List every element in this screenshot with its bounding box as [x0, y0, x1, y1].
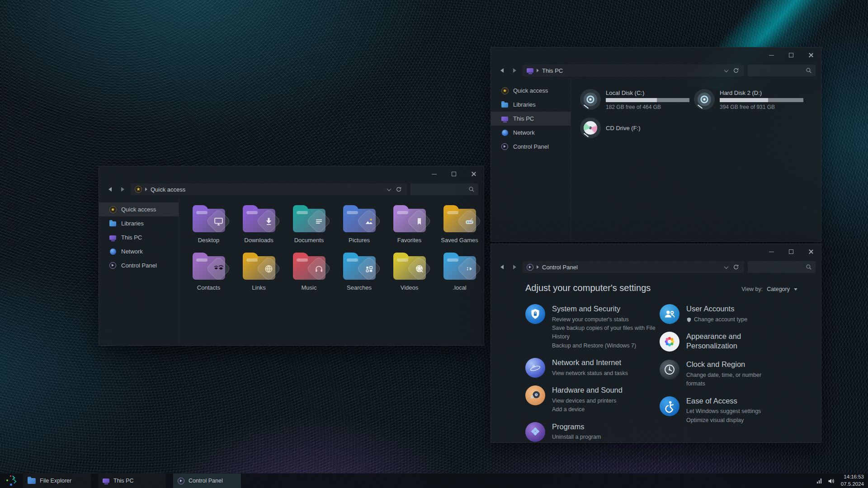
planet-icon[interactable] — [525, 358, 545, 378]
folder-item-searches[interactable]: Searches — [334, 248, 384, 291]
back-button[interactable] — [497, 265, 506, 269]
back-button[interactable] — [497, 68, 506, 73]
maximize-button[interactable] — [781, 47, 801, 63]
sidebar-item-this-pc[interactable]: This PC — [99, 230, 179, 244]
sidebar-item-quick-access[interactable]: ★ Quick access — [491, 84, 571, 98]
folder-item-contacts[interactable]: Contacts — [184, 248, 234, 291]
category-link[interactable]: View network status and tasks — [552, 369, 628, 378]
forward-button[interactable] — [510, 265, 519, 269]
folder-item-favorites[interactable]: Favorites — [384, 201, 434, 244]
close-button[interactable] — [801, 244, 821, 259]
view-by-select[interactable]: Category — [767, 286, 790, 292]
folder-item-pictures[interactable]: Pictures — [334, 201, 384, 244]
address-dropdown-icon[interactable] — [387, 187, 392, 191]
minimize-button[interactable] — [761, 244, 781, 259]
star-icon: ★ — [135, 186, 142, 193]
folder-item-saved-games[interactable]: Saved Games — [434, 201, 485, 244]
breadcrumb[interactable]: This PC — [542, 67, 563, 74]
drive-item-d[interactable]: Hard Disk 2 (D:) 394 GB free of 931 GB — [694, 89, 808, 110]
titlebar[interactable] — [491, 244, 821, 259]
sidebar-item-quick-access[interactable]: ★ Quick access — [99, 202, 179, 216]
category-title[interactable]: Hardware and Sound — [552, 385, 623, 395]
globe-icon — [255, 256, 281, 282]
category-link[interactable]: Optimize visual display — [686, 416, 761, 425]
drive-item-c[interactable]: Local Disk (C:) 182 GB free of 464 GB — [580, 89, 694, 110]
accessibility-icon[interactable] — [660, 396, 679, 416]
folder-item-links[interactable]: Links — [234, 248, 284, 291]
search-input[interactable] — [748, 261, 816, 273]
category-title[interactable]: Ease of Access — [686, 396, 761, 406]
category-title[interactable]: Appearance and Personalization — [686, 332, 754, 350]
start-button[interactable] — [0, 474, 22, 488]
breadcrumb[interactable]: Quick access — [151, 186, 185, 193]
folder-item-local[interactable]: .local — [434, 248, 485, 291]
sidebar-item-libraries[interactable]: Libraries — [491, 98, 571, 112]
forward-button[interactable] — [118, 187, 127, 192]
sidebar-item-control-panel[interactable]: Control Panel — [99, 258, 179, 272]
search-input[interactable] — [410, 183, 478, 195]
category-link[interactable]: Review your computer's status — [552, 315, 660, 324]
taskbar-button-file-explorer[interactable]: File Explorer — [23, 474, 91, 488]
address-field[interactable]: Control Panel — [523, 261, 744, 273]
address-dropdown-icon[interactable] — [724, 68, 729, 72]
speaker-icon[interactable] — [525, 385, 545, 405]
folder-item-desktop[interactable]: Desktop — [184, 201, 234, 244]
address-dropdown-icon[interactable] — [724, 264, 729, 269]
category-link[interactable]: Change date, time, or number formats — [686, 371, 770, 389]
category-link[interactable]: View devices and printers — [552, 397, 623, 405]
minimize-button[interactable] — [424, 166, 444, 182]
sidebar-item-control-panel[interactable]: Control Panel — [491, 140, 571, 154]
breadcrumb[interactable]: Control Panel — [542, 264, 578, 271]
titlebar[interactable] — [491, 47, 821, 63]
address-field[interactable]: ★ Quick access — [131, 183, 407, 195]
sidebar-item-this-pc[interactable]: This PC — [491, 112, 571, 126]
taskbar-button-control-panel[interactable]: Control Panel — [173, 474, 241, 488]
maximize-button[interactable] — [781, 244, 801, 259]
minimize-button[interactable] — [761, 47, 781, 63]
sidebar-item-label: This PC — [121, 234, 142, 241]
back-button[interactable] — [105, 187, 114, 192]
palette-icon[interactable] — [660, 332, 679, 352]
folder-item-documents[interactable]: Documents — [284, 201, 334, 244]
category-link[interactable]: Let Windows suggest settings — [686, 407, 761, 416]
forward-button[interactable] — [510, 68, 519, 73]
chevron-down-icon[interactable] — [794, 288, 797, 291]
network-activity-icon[interactable] — [817, 478, 821, 483]
category-hardware-and-sound: Hardware and Sound View devices and prin… — [525, 385, 660, 414]
refresh-icon[interactable] — [733, 67, 739, 74]
category-link[interactable]: Backup and Restore (Windows 7) — [552, 342, 660, 350]
titlebar[interactable] — [99, 166, 484, 182]
category-title[interactable]: Programs — [552, 422, 601, 432]
folder-item-videos[interactable]: Videos — [384, 248, 434, 291]
taskbar-button-this-pc[interactable]: This PC — [98, 474, 166, 488]
close-button[interactable] — [464, 166, 484, 182]
category-link-uac[interactable]: Change account type — [686, 315, 747, 324]
clock[interactable]: 14:16:53 07.5.2024 — [841, 474, 864, 488]
category-title[interactable]: User Accounts — [686, 304, 747, 314]
refresh-icon[interactable] — [396, 186, 402, 192]
refresh-icon[interactable] — [733, 264, 739, 270]
volume-icon[interactable] — [827, 477, 835, 485]
category-title[interactable]: Network and Internet — [552, 358, 628, 367]
category-title[interactable]: System and Security — [552, 304, 660, 314]
category-link[interactable]: Uninstall a program — [552, 433, 601, 441]
search-input[interactable] — [748, 65, 816, 76]
clock-icon[interactable] — [660, 360, 679, 380]
category-title[interactable]: Clock and Region — [686, 360, 770, 369]
folder-highlight — [246, 258, 258, 262]
folder-item-downloads[interactable]: Downloads — [234, 201, 284, 244]
maximize-button[interactable] — [444, 166, 464, 182]
drive-item-f[interactable]: CD Drive (F:) — [580, 117, 694, 138]
sidebar-item-network[interactable]: Network — [99, 244, 179, 258]
address-field[interactable]: This PC — [523, 65, 744, 76]
sidebar-item-libraries[interactable]: Libraries — [99, 216, 179, 230]
close-button[interactable] — [801, 47, 821, 63]
uac-shield-icon — [686, 317, 692, 323]
category-link[interactable]: Add a device — [552, 405, 623, 414]
users-icon[interactable] — [660, 304, 679, 324]
shield-icon[interactable] — [525, 304, 545, 324]
diamonds-icon[interactable] — [525, 422, 545, 442]
sidebar-item-network[interactable]: Network — [491, 126, 571, 140]
folder-item-music[interactable]: Music — [284, 248, 334, 291]
category-link[interactable]: Save backup copies of your files with Fi… — [552, 324, 660, 342]
